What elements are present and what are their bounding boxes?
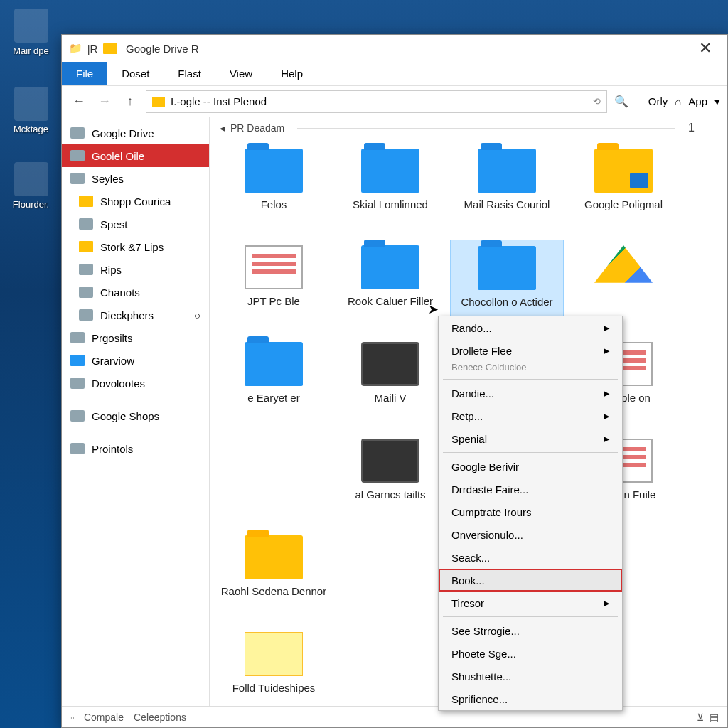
back-button[interactable]: ←	[69, 92, 89, 112]
chevron-down-icon[interactable]: ▾	[714, 95, 720, 108]
breadcrumb-back-icon[interactable]: ◂	[220, 122, 225, 134]
file-label: Google Poligmal	[584, 198, 663, 212]
context-menu-item[interactable]: See Strrogie...	[439, 619, 622, 642]
sidebar-item[interactable]: Prointols	[62, 437, 209, 460]
view-details-icon[interactable]: ⊻	[697, 712, 704, 723]
view-list-icon[interactable]: ▤	[710, 712, 719, 723]
file-item[interactable]: al Garncs tailts	[333, 433, 447, 525]
sidebar-icon	[79, 264, 93, 275]
menu-item-label: Shushtette...	[451, 670, 511, 682]
desktop-icon[interactable]: Flourder.	[4, 162, 58, 210]
context-menu-item[interactable]: Tiresor▶	[439, 592, 622, 614]
navbar-right: Orly ⌂ App ▾	[648, 95, 720, 108]
context-menu-item[interactable]: Onversionulo...	[439, 523, 622, 546]
context-menu-item[interactable]: Book...	[439, 569, 622, 592]
menu-view[interactable]: View	[215, 62, 267, 85]
refresh-icon[interactable]: ⟲	[593, 96, 601, 107]
file-item[interactable]: e Earyet er	[217, 336, 331, 429]
menu-item[interactable]: Doset	[107, 62, 164, 85]
folder-blue-icon	[361, 245, 419, 289]
window-icon: |R	[86, 42, 99, 55]
status-icon: ▫	[70, 712, 74, 723]
desktop-icon[interactable]: Mair dpe	[4, 9, 58, 56]
sidebar-item-label: Google Shops	[92, 410, 159, 422]
menu-item-label: Dandie...	[451, 387, 494, 400]
menu-item-label: Tiresor	[451, 597, 484, 609]
app-label[interactable]: App	[688, 95, 707, 107]
sidebar-item[interactable]: Seyles	[62, 167, 209, 190]
forward-button[interactable]: →	[95, 92, 114, 112]
file-item[interactable]: Raohl Sedena Dennor	[217, 530, 331, 622]
sidebar-item[interactable]: Shopp Courica	[62, 190, 209, 213]
sidebar: Google DriveGoolel OileSeylesShopp Couri…	[62, 117, 210, 706]
sidebar-item[interactable]: Google Shops	[62, 405, 209, 427]
sidebar-item[interactable]: Google Drive	[62, 122, 209, 144]
status-text: Compale	[84, 712, 124, 723]
sidebar-item[interactable]: Dieckphers○	[62, 304, 209, 326]
sidebar-item[interactable]: Grarviow	[62, 349, 209, 372]
sidebar-item[interactable]: Prgosilts	[62, 326, 209, 349]
folder-blue-icon	[245, 149, 303, 193]
sidebar-item[interactable]: Rips	[62, 258, 209, 281]
context-menu-item[interactable]: Spenial▶	[439, 427, 622, 450]
file-label: Chocollon o Actider	[461, 296, 552, 309]
menu-separator	[443, 379, 618, 380]
file-label: Skial Lomlinned	[353, 198, 428, 212]
file-item[interactable]: JPT Pc Ble	[217, 240, 331, 332]
titlebar[interactable]: 📁 |R Google Drive R ✕	[62, 35, 727, 62]
file-item[interactable]: Maili V	[333, 336, 447, 429]
close-button[interactable]: ✕	[690, 39, 720, 58]
menu-item-label: Phoete Sge...	[451, 648, 516, 660]
context-menu-item[interactable]: Phoete Sge...	[439, 642, 622, 665]
sidebar-item[interactable]: Chanots	[62, 281, 209, 304]
file-item[interactable]: Mail Rasis Couriol	[450, 143, 564, 235]
context-menu-item[interactable]: Google Berivir	[439, 455, 622, 478]
menu-item-label: Rando...	[451, 322, 492, 334]
home-icon[interactable]: ⌂	[675, 95, 681, 107]
file-label: Felos	[261, 198, 287, 212]
file-item[interactable]: Skial Lomlinned	[333, 143, 447, 235]
folder-blue-icon	[478, 246, 536, 290]
submenu-arrow-icon: ▶	[604, 389, 609, 398]
up-button[interactable]: ↑	[120, 92, 140, 112]
orly-label[interactable]: Orly	[648, 95, 668, 107]
file-item[interactable]: Folld Tuideshipes	[217, 626, 331, 706]
context-menu-item[interactable]: Seack...	[439, 546, 622, 569]
menu-item[interactable]: Flast	[164, 62, 215, 85]
sidebar-item[interactable]: Spest	[62, 213, 209, 235]
file-item[interactable]	[333, 530, 447, 622]
context-menu-item[interactable]: Rando...▶	[439, 316, 622, 339]
address-text: I.-ogle -- Inst Plenod	[171, 95, 267, 107]
file-item[interactable]: Felos	[217, 143, 331, 235]
context-menu-item[interactable]: Cumptrate Irours	[439, 500, 622, 523]
item-count: 1	[688, 122, 695, 134]
sidebar-icon	[70, 443, 85, 454]
context-menu-item[interactable]: Sprifience...	[439, 687, 622, 710]
close-icon[interactable]: —	[707, 122, 717, 134]
menu-help[interactable]: Help	[267, 62, 317, 85]
menu-item-label: Cumptrate Irours	[451, 506, 532, 518]
folder-yellow small-overlay-icon	[594, 149, 653, 193]
sidebar-item-label: Chanots	[100, 287, 140, 299]
view-toggles: ⊻ ▤	[697, 712, 719, 723]
search-button[interactable]: 🔍	[613, 93, 630, 110]
context-menu-item[interactable]: Drollete Flee▶	[439, 339, 622, 362]
desktop-icon[interactable]: Mcktage	[4, 87, 58, 134]
file-item[interactable]: Rook Caluer Filler	[333, 240, 447, 332]
sidebar-item-label: Prgosilts	[92, 332, 133, 344]
context-menu-item[interactable]: Retp...▶	[439, 405, 622, 427]
context-menu-item[interactable]: Shushtette...	[439, 665, 622, 687]
context-menu-item[interactable]: Dandie...▶	[439, 382, 622, 405]
sidebar-item[interactable]: Goolel Oile	[62, 144, 209, 167]
folder-blue-icon	[361, 149, 419, 193]
context-menu-item[interactable]: Drrdaste Faire...	[439, 478, 622, 500]
sidebar-icon	[79, 287, 93, 298]
sidebar-icon	[70, 332, 85, 343]
file-item[interactable]: Google Poligmal	[567, 143, 680, 235]
menu-item-label: Book...	[451, 574, 485, 587]
sidebar-item[interactable]: Stork &7 Lips	[62, 235, 209, 258]
menu-file[interactable]: File	[62, 62, 107, 85]
file-item[interactable]	[217, 433, 331, 525]
sidebar-item[interactable]: Dovolootes	[62, 372, 209, 395]
address-bar[interactable]: I.-ogle -- Inst Plenod ⟲	[146, 90, 607, 113]
